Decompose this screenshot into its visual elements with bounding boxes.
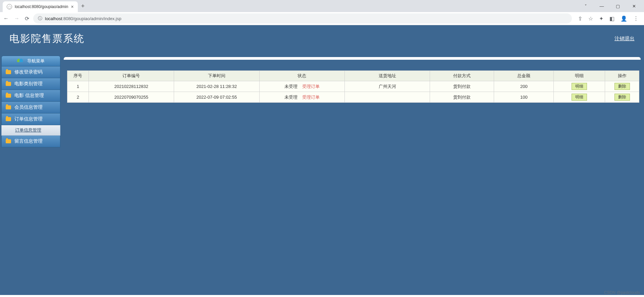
table-row: 2202207090702552022-07-09 07:02:55未受理受理订… (67, 92, 639, 103)
extensions-icon[interactable]: ✦ (599, 15, 603, 22)
reload-button[interactable]: ⟳ (25, 15, 29, 22)
cell-status: 未受理受理订单 (259, 81, 344, 92)
cell-address: 广州天河 (345, 81, 430, 92)
globe-icon: ◌ (7, 4, 12, 9)
cell-action: 删除 (605, 81, 639, 92)
cell-order-time: 2021-02-28 11:28:32 (174, 81, 259, 92)
tab-bar: ◌ localhost:8080/goupiao/admin × + ˅ — ▢… (0, 0, 644, 12)
sidebar: 导航菜单 修改登录密码 电影类别管理 电影 信息管理 会员信息管理 订单信息管理… (0, 55, 62, 295)
folder-icon (6, 82, 11, 86)
browser-chrome: ◌ localhost:8080/goupiao/admin × + ˅ — ▢… (0, 0, 644, 25)
sidepanel-icon[interactable]: ◧ (609, 15, 614, 22)
th-order-time: 下单时间 (174, 71, 259, 81)
app-title: 电影院售票系统 (9, 32, 85, 46)
profile-icon[interactable]: 👤 (621, 15, 627, 22)
sidebar-item-member[interactable]: 会员信息管理 (1, 102, 60, 113)
nav-header: 导航菜单 (1, 56, 60, 66)
chevron-down-icon[interactable]: ˅ (578, 1, 593, 11)
forward-button[interactable]: → (14, 15, 19, 21)
th-detail: 明细 (554, 71, 605, 81)
minimize-button[interactable]: — (594, 1, 609, 11)
app-header: 电影院售票系统 注销退出 (0, 25, 644, 55)
cell-status: 未受理受理订单 (259, 92, 344, 103)
info-icon: ⓘ (38, 15, 42, 21)
folder-icon (6, 139, 11, 143)
th-order-no: 订单编号 (89, 71, 174, 81)
cell-order-time: 2022-07-09 07:02:55 (174, 92, 259, 103)
content-topbar (64, 57, 641, 60)
th-status: 状态 (259, 71, 344, 81)
watermark: CSDN @pastclouds (604, 290, 640, 295)
url-input[interactable]: ⓘ localhost:8080/goupiao/admin/index.jsp (33, 13, 572, 23)
cell-action: 删除 (605, 92, 639, 103)
table-header-row: 序号 订单编号 下单时间 状态 送货地址 付款方式 总金额 明细 操作 (67, 71, 639, 81)
th-total: 总金额 (494, 71, 554, 81)
maximize-button[interactable]: ▢ (610, 1, 625, 11)
delete-button[interactable]: 删除 (614, 83, 630, 90)
content-panel: 序号 订单编号 下单时间 状态 送货地址 付款方式 总金额 明细 操作 1202… (62, 55, 644, 295)
th-payment: 付款方式 (430, 71, 494, 81)
cell-detail: 明细 (554, 92, 605, 103)
sidebar-item-label: 电影 信息管理 (14, 93, 44, 99)
sidebar-item-label: 会员信息管理 (14, 104, 43, 110)
sidebar-item-category[interactable]: 电影类别管理 (1, 78, 60, 90)
cell-payment: 货到付款 (430, 92, 494, 103)
folder-icon (6, 117, 11, 121)
cell-payment: 货到付款 (430, 81, 494, 92)
cell-address (345, 92, 430, 103)
close-icon[interactable]: × (71, 4, 73, 9)
sidebar-item-order[interactable]: 订单信息管理 (1, 113, 60, 125)
main-layout: 导航菜单 修改登录密码 电影类别管理 电影 信息管理 会员信息管理 订单信息管理… (0, 55, 644, 295)
detail-button[interactable]: 明细 (572, 94, 587, 101)
tab-title: localhost:8080/goupiao/admin (15, 4, 68, 9)
cell-order-no: 20210228112832 (89, 81, 174, 92)
detail-button[interactable]: 明细 (572, 83, 587, 90)
cell-seq: 1 (67, 81, 89, 92)
th-seq: 序号 (67, 71, 89, 81)
new-tab-button[interactable]: + (81, 3, 85, 10)
sidebar-item-label: 留言信息管理 (14, 138, 43, 144)
sidebar-subitem-order-manage[interactable]: 订单信息管理 (1, 125, 60, 136)
close-window-button[interactable]: ✕ (627, 1, 641, 11)
folder-icon (6, 94, 11, 98)
people-icon (17, 59, 24, 63)
back-button[interactable]: ← (3, 15, 9, 21)
sidebar-item-password[interactable]: 修改登录密码 (1, 66, 60, 78)
accept-order-link[interactable]: 受理订单 (302, 95, 320, 100)
sidebar-item-message[interactable]: 留言信息管理 (1, 136, 60, 147)
cell-seq: 2 (67, 92, 89, 103)
menu-icon[interactable]: ⋮ (633, 15, 639, 22)
browser-tab[interactable]: ◌ localhost:8080/goupiao/admin × (3, 1, 78, 12)
folder-icon (6, 70, 11, 74)
cell-order-no: 20220709070255 (89, 92, 174, 103)
sidebar-item-label: 订单信息管理 (14, 116, 43, 122)
nav-title: 导航菜单 (27, 58, 45, 64)
th-action: 操作 (605, 71, 639, 81)
url-host: localhost (45, 16, 62, 21)
cell-total: 200 (494, 81, 554, 92)
sidebar-item-movie[interactable]: 电影 信息管理 (1, 90, 60, 102)
star-icon[interactable]: ☆ (588, 15, 593, 22)
cell-detail: 明细 (554, 81, 605, 92)
window-controls: ˅ — ▢ ✕ (578, 1, 644, 11)
logout-link[interactable]: 注销退出 (614, 36, 635, 42)
th-address: 送货地址 (345, 71, 430, 81)
share-icon[interactable]: ⇪ (578, 15, 582, 22)
folder-icon (6, 105, 11, 109)
delete-button[interactable]: 删除 (614, 94, 630, 101)
sidebar-item-label: 电影类别管理 (14, 81, 43, 87)
address-bar: ← → ⟳ ⓘ localhost:8080/goupiao/admin/ind… (0, 12, 644, 25)
table-row: 1202102281128322021-02-28 11:28:32未受理受理订… (67, 81, 639, 92)
cell-total: 100 (494, 92, 554, 103)
url-path: :8080/goupiao/admin/index.jsp (62, 16, 121, 21)
orders-table: 序号 订单编号 下单时间 状态 送货地址 付款方式 总金额 明细 操作 1202… (67, 70, 639, 103)
sidebar-item-label: 修改登录密码 (14, 69, 43, 75)
accept-order-link[interactable]: 受理订单 (302, 84, 320, 89)
